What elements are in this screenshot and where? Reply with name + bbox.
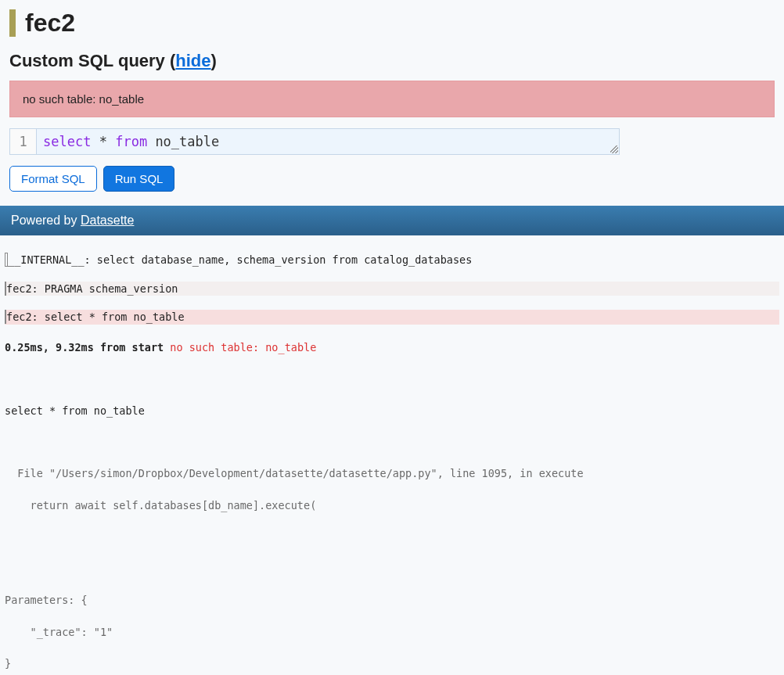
- datasette-link[interactable]: Datasette: [81, 214, 134, 227]
- trace-line: File "/Users/simon/Dropbox/Development/d…: [5, 465, 779, 482]
- sql-textarea[interactable]: select * from no_table: [37, 129, 619, 154]
- trace-line: Parameters: {: [5, 591, 779, 609]
- custom-sql-heading: Custom SQL query (hide): [9, 51, 775, 71]
- trace-line: fec2: PRAGMA schema_version: [5, 282, 779, 296]
- trace-line: "_trace": "1": [5, 623, 779, 641]
- kw-from: from: [115, 134, 147, 149]
- resize-handle-icon[interactable]: [610, 145, 618, 153]
- page-title: fec2: [9, 9, 775, 37]
- trace-line: fec2: select * from no_table: [5, 310, 779, 324]
- heading-prefix: Custom SQL query (: [9, 51, 175, 70]
- ident-table: no_table: [155, 134, 219, 149]
- hide-link[interactable]: hide: [175, 51, 210, 70]
- trace-line: __INTERNAL__: select database_name, sche…: [5, 253, 779, 267]
- footer-prefix: Powered by: [11, 214, 81, 227]
- trace-output: __INTERNAL__: select database_name, sche…: [0, 235, 784, 675]
- footer-bar: Powered by Datasette: [0, 206, 784, 235]
- trace-line: [5, 528, 779, 545]
- format-sql-button[interactable]: Format SQL: [9, 166, 97, 192]
- trace-line: select * from no_table: [5, 402, 779, 419]
- error-banner: no such table: no_table: [9, 81, 775, 117]
- trace-line: [5, 370, 779, 387]
- heading-suffix: ): [211, 51, 217, 70]
- kw-select: select: [43, 134, 91, 149]
- trace-line: 0.25ms, 9.32ms from start no such table:…: [5, 339, 779, 356]
- trace-line: }: [5, 655, 779, 672]
- run-sql-button[interactable]: Run SQL: [103, 166, 175, 192]
- trace-line: [5, 560, 779, 577]
- trace-line: return await self.databases[db_name].exe…: [5, 497, 779, 514]
- trace-line: [5, 433, 779, 451]
- op-star: *: [99, 134, 107, 149]
- sql-editor[interactable]: 1 select * from no_table: [9, 128, 620, 155]
- editor-gutter: 1: [10, 129, 37, 154]
